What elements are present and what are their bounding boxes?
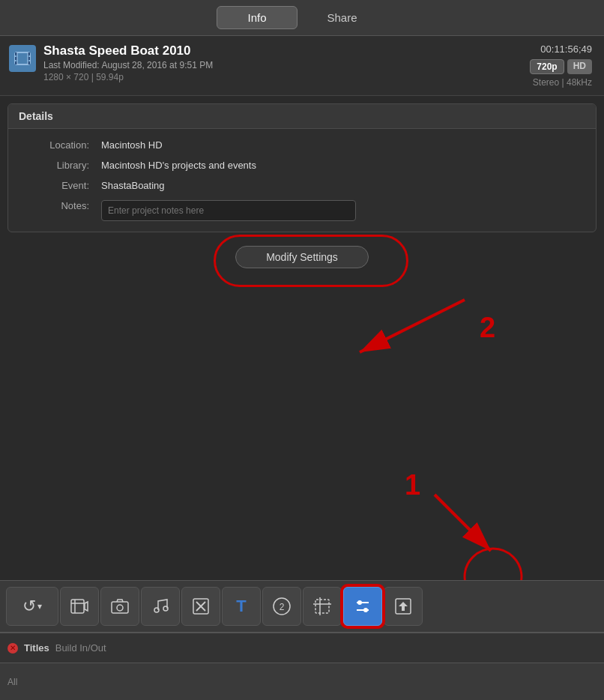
label-notes: Notes: xyxy=(19,200,101,211)
tab-bar: Info Share xyxy=(0,0,604,36)
svg-text:2: 2 xyxy=(480,312,495,343)
project-icon xyxy=(9,45,36,72)
bottom-strip-top: ✕ Titles Build In/Out xyxy=(0,633,604,663)
video-icon xyxy=(70,597,89,616)
svg-line-11 xyxy=(360,300,465,352)
badge-button[interactable]: 2 xyxy=(262,587,301,626)
svg-line-13 xyxy=(435,495,491,551)
svg-point-33 xyxy=(357,600,362,605)
camera-icon xyxy=(110,597,130,616)
inspector-icon xyxy=(353,597,372,616)
tab-info[interactable]: Info xyxy=(217,6,297,29)
project-header: Shasta Speed Boat 2010 Last Modified: Au… xyxy=(0,36,604,96)
label-library: Library: xyxy=(19,160,101,171)
project-header-left: Shasta Speed Boat 2010 Last Modified: Au… xyxy=(9,43,213,82)
annotation-overlay: 2 1 xyxy=(0,180,604,600)
film-icon xyxy=(13,49,31,67)
export-icon xyxy=(393,597,413,616)
chevron-down-icon: ▾ xyxy=(37,601,42,612)
details-row-event: Event: ShastaBoating xyxy=(8,175,596,196)
annotations-svg: 2 1 xyxy=(0,180,604,600)
close-button[interactable]: ✕ xyxy=(7,643,18,654)
tab-share[interactable]: Share xyxy=(298,7,387,28)
value-event: ShastaBoating xyxy=(101,180,585,191)
badge-hd: HD xyxy=(567,59,592,74)
titles-button[interactable]: T xyxy=(222,587,261,626)
strip-title: Titles xyxy=(24,642,49,654)
crop-icon xyxy=(312,597,332,616)
project-timecode: 00:11:56;49 xyxy=(530,43,592,55)
bottom-strip-content: All xyxy=(0,663,604,700)
notes-input[interactable] xyxy=(101,200,356,221)
strip-content-label: All xyxy=(7,677,17,687)
bottom-toolbar: ↺ ▾ T xyxy=(0,580,604,633)
music-icon xyxy=(151,597,170,616)
label-location: Location: xyxy=(19,139,101,151)
camera-button[interactable] xyxy=(100,587,139,626)
project-badges: 720p HD xyxy=(530,59,592,74)
svg-text:2: 2 xyxy=(280,602,285,612)
details-header: Details xyxy=(8,104,596,129)
details-table: Location: Macintosh HD Library: Macintos… xyxy=(8,129,596,232)
inspector-button[interactable] xyxy=(343,587,382,626)
modify-settings-button[interactable]: Modify Settings xyxy=(235,246,369,268)
badge-icon: 2 xyxy=(272,597,292,616)
badge-720p: 720p xyxy=(530,59,564,74)
undo-icon: ↺ xyxy=(22,597,36,616)
value-library: Macintosh HD's projects and events xyxy=(101,160,585,171)
details-section: Details Location: Macintosh HD Library: … xyxy=(7,103,597,232)
svg-point-21 xyxy=(117,605,123,611)
svg-text:1: 1 xyxy=(405,469,420,501)
project-info: Shasta Speed Boat 2010 Last Modified: Au… xyxy=(43,43,213,82)
details-row-library: Library: Macintosh HD's projects and eve… xyxy=(8,155,596,175)
crop-button[interactable] xyxy=(303,587,342,626)
music-button[interactable] xyxy=(141,587,180,626)
details-row-notes: Notes: xyxy=(8,196,596,226)
generator-button[interactable] xyxy=(181,587,220,626)
video-button[interactable] xyxy=(60,587,99,626)
project-title: Shasta Speed Boat 2010 xyxy=(43,43,213,58)
svg-rect-29 xyxy=(315,600,329,613)
project-modified: Last Modified: August 28, 2016 at 9:51 P… xyxy=(43,60,213,70)
titles-icon: T xyxy=(236,597,246,616)
details-row-location: Location: Macintosh HD xyxy=(8,135,596,155)
strip-subtitle: Build In/Out xyxy=(55,642,106,654)
undo-button[interactable]: ↺ ▾ xyxy=(6,587,58,626)
svg-marker-19 xyxy=(85,602,88,611)
value-location: Macintosh HD xyxy=(101,139,585,151)
export-button[interactable] xyxy=(384,587,423,626)
generator-icon xyxy=(191,597,211,616)
modify-settings-container: Modify Settings xyxy=(0,246,604,268)
modify-settings-label: Modify Settings xyxy=(266,251,338,263)
project-audio: Stereo | 48kHz xyxy=(530,77,592,88)
svg-rect-16 xyxy=(71,600,84,613)
project-header-right: 00:11:56;49 720p HD Stereo | 48kHz xyxy=(530,43,592,88)
project-dims: 1280 × 720 | 59.94p xyxy=(43,72,213,82)
label-event: Event: xyxy=(19,180,101,191)
svg-point-35 xyxy=(363,608,368,612)
bottom-strip: ✕ Titles Build In/Out All xyxy=(0,633,604,700)
